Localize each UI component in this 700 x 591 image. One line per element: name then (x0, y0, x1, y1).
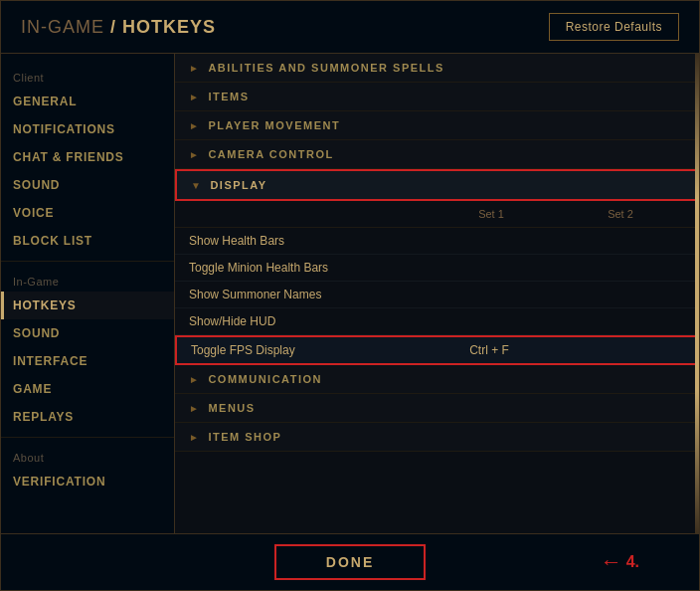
sidebar-divider (1, 261, 174, 262)
sidebar-item-sound[interactable]: SOUND (1, 171, 174, 199)
section-item-shop[interactable]: ► ITEM SHOP (175, 423, 699, 452)
section-menus-label: MENUS (208, 402, 255, 414)
sidebar-section-ingame: In-Game (1, 268, 174, 292)
hotkey-row-toggle-fps[interactable]: Toggle FPS Display Ctrl + F (175, 335, 699, 365)
chevron-items: ► (189, 92, 200, 102)
restore-defaults-button[interactable]: Restore Defaults (549, 13, 679, 41)
sidebar-item-voice[interactable]: VOICE (1, 199, 174, 227)
chevron-abilities: ► (189, 63, 200, 74)
section-abilities-label: ABILITIES AND SUMMONER SPELLS (208, 62, 443, 74)
header: IN-GAME / HOTKEYS Restore Defaults (1, 1, 699, 54)
col-header-set1: Set 1 (427, 205, 556, 223)
hotkey-row-show-hide-hud[interactable]: Show/Hide HUD (175, 308, 699, 335)
hotkey-row-toggle-minion[interactable]: Toggle Minion Health Bars (175, 255, 699, 282)
col-header-name (189, 205, 427, 223)
hotkey-name-toggle-minion: Toggle Minion Health Bars (189, 261, 427, 275)
section-player-movement[interactable]: ► PLAYER MOVEMENT (175, 111, 699, 140)
annotation-4: ← 4. (601, 549, 639, 575)
section-communication[interactable]: ► COMMUNICATION (175, 365, 699, 394)
section-display-label: DISPLAY (210, 179, 266, 191)
section-items[interactable]: ► ITEMS (175, 83, 699, 111)
content-area: ► ABILITIES AND SUMMONER SPELLS ► ITEMS … (175, 54, 699, 533)
sidebar-section-client: Client (1, 64, 174, 88)
section-communication-label: COMMUNICATION (208, 373, 322, 385)
chevron-camera-control: ► (189, 149, 200, 160)
chevron-display: ▼ (191, 180, 202, 191)
hotkey-name-summoner-names: Show Summoner Names (189, 288, 427, 301)
breadcrumb-separator: / (110, 17, 122, 37)
sidebar-about-label: About (1, 444, 174, 468)
chevron-communication: ► (189, 374, 200, 385)
section-item-shop-label: ITEM SHOP (208, 431, 281, 443)
breadcrumb-current: HOTKEYS (122, 17, 216, 37)
section-camera-control-label: CAMERA CONTROL (208, 148, 333, 160)
hotkey-name-show-hide-hud: Show/Hide HUD (189, 314, 427, 328)
page-title: IN-GAME / HOTKEYS (21, 17, 216, 38)
col-header-set2: Set 2 (556, 205, 685, 223)
chevron-menus: ► (189, 403, 200, 414)
sidebar-item-general[interactable]: GENERAL (1, 88, 174, 115)
sidebar-item-block-list[interactable]: BLOCK LIST (1, 227, 174, 255)
hotkey-row-summoner-names[interactable]: Show Summoner Names (175, 282, 699, 308)
sidebar-item-hotkeys[interactable]: HOTKEYS (1, 292, 174, 319)
chevron-player-movement: ► (189, 120, 200, 131)
display-section-wrapper: ▼ DISPLAY ← 2. Set 1 Set 2 Show Health B… (175, 169, 699, 365)
hotkey-name-toggle-fps: Toggle FPS Display (191, 343, 425, 357)
sidebar-item-chat-friends[interactable]: CHAT & FRIENDS (1, 143, 174, 171)
sidebar-item-replays[interactable]: REPLAYS (1, 403, 174, 431)
gold-border-accent (695, 54, 699, 533)
sidebar-item-interface[interactable]: INTERFACE (1, 347, 174, 375)
section-abilities[interactable]: ► ABILITIES AND SUMMONER SPELLS (175, 54, 699, 83)
breadcrumb-ingame: IN-GAME (21, 17, 104, 37)
hotkey-name-show-health: Show Health Bars (189, 234, 427, 248)
main-layout: Client GENERAL NOTIFICATIONS CHAT & FRIE… (1, 54, 699, 533)
chevron-item-shop: ► (189, 432, 200, 443)
done-button[interactable]: DONE (274, 544, 426, 580)
sidebar-item-verification[interactable]: VERIFICATION (1, 468, 174, 495)
hotkey-table-header: Set 1 Set 2 (175, 201, 699, 228)
hotkey-row-show-health[interactable]: Show Health Bars (175, 228, 699, 255)
sidebar-divider-2 (1, 437, 174, 438)
sidebar: Client GENERAL NOTIFICATIONS CHAT & FRIE… (1, 54, 175, 533)
section-camera-control[interactable]: ► CAMERA CONTROL (175, 140, 699, 169)
hotkey-set1-toggle-fps: Ctrl + F (425, 343, 554, 357)
fps-row-wrapper: Toggle FPS Display Ctrl + F ← 3. (175, 335, 699, 365)
sidebar-item-notifications[interactable]: NOTIFICATIONS (1, 115, 174, 143)
section-menus[interactable]: ► MENUS (175, 394, 699, 423)
sidebar-item-sound-ingame[interactable]: SOUND (1, 319, 174, 347)
section-player-movement-label: PLAYER MOVEMENT (208, 119, 340, 131)
app-container: IN-GAME / HOTKEYS Restore Defaults Clien… (0, 0, 700, 591)
section-items-label: ITEMS (208, 91, 249, 102)
footer: DONE ← 4. (1, 533, 699, 590)
sidebar-item-game[interactable]: GAME (1, 375, 174, 403)
section-display[interactable]: ▼ DISPLAY (175, 169, 699, 201)
